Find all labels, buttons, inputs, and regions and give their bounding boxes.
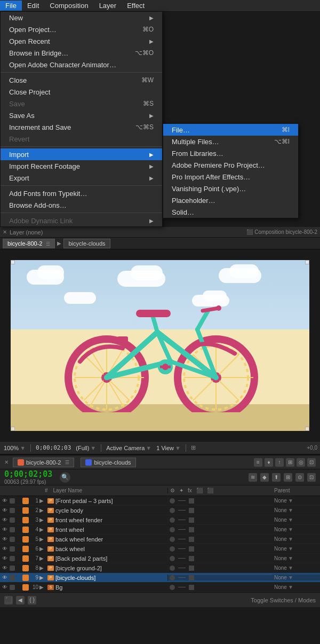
tl-settings-icon[interactable]: ⊡ bbox=[307, 473, 316, 482]
zoom-control[interactable]: 100% ▼ bbox=[3, 445, 27, 451]
switch-2a[interactable] bbox=[170, 508, 175, 513]
timeline-tab1[interactable]: bicycle-800-2 ☰ bbox=[13, 458, 74, 467]
layer-expand-6[interactable]: ▶ bbox=[39, 546, 46, 552]
tl-bottom-icon1[interactable]: ⬛ bbox=[4, 596, 13, 604]
submenu-vanishing-point[interactable]: Vanishing Point (.vpe)… bbox=[163, 183, 298, 194]
switch-3c[interactable] bbox=[189, 517, 194, 523]
layer-name-6[interactable]: back wheel bbox=[55, 546, 166, 552]
menu-close[interactable]: Close ⌘W bbox=[1, 74, 162, 86]
switch-3a[interactable] bbox=[170, 517, 175, 523]
tl-icon3[interactable]: ↑ bbox=[275, 458, 284, 467]
switch-2c[interactable] bbox=[189, 508, 194, 513]
menu-browse-addons[interactable]: Browse Add-ons… bbox=[1, 199, 162, 211]
parent-dropdown-10[interactable]: ▼ bbox=[288, 584, 293, 590]
switch-7c[interactable] bbox=[189, 556, 194, 561]
menu-save-as[interactable]: Save As ▶ bbox=[1, 109, 162, 121]
menu-effect[interactable]: Effect bbox=[122, 1, 150, 11]
tl-icon6[interactable]: ⊡ bbox=[307, 458, 316, 467]
tl-motion-icon[interactable]: ◆ bbox=[260, 473, 269, 482]
menu-close-project[interactable]: Close Project bbox=[1, 86, 162, 98]
layer-expand-1[interactable]: ▶ bbox=[39, 498, 46, 504]
switch-5a[interactable] bbox=[170, 537, 175, 542]
parent-dropdown-5[interactable]: ▼ bbox=[288, 536, 293, 542]
timeline-tab2[interactable]: bicycle-clouds bbox=[81, 458, 135, 467]
layer-eye-7[interactable]: 👁 bbox=[1, 555, 9, 561]
layer-name-10[interactable]: Bg bbox=[55, 584, 166, 591]
menu-layer[interactable]: Layer bbox=[94, 1, 122, 11]
parent-dropdown-7[interactable]: ▼ bbox=[288, 555, 293, 561]
tl-cam-icon[interactable]: ⊙ bbox=[295, 473, 304, 482]
submenu-premiere-pro[interactable]: Adobe Premiere Pro Project… bbox=[163, 159, 298, 171]
tl-icon5[interactable]: ◎ bbox=[297, 458, 305, 467]
layer-name-4[interactable]: front wheel bbox=[55, 527, 166, 533]
menu-composition[interactable]: Composition bbox=[44, 1, 93, 11]
layer-eye-3[interactable]: 👁 bbox=[1, 517, 9, 523]
parent-dropdown-3[interactable]: ▼ bbox=[288, 517, 293, 523]
layer-eye-2[interactable]: 👁 bbox=[1, 507, 9, 513]
layer-name-7[interactable]: [Back pedal 2 parts] bbox=[55, 555, 166, 562]
tl-icon1[interactable]: ≡ bbox=[254, 458, 262, 467]
parent-dropdown-9[interactable]: ▼ bbox=[288, 575, 293, 580]
layer-solo-6[interactable] bbox=[10, 546, 15, 552]
menu-import-recent[interactable]: Import Recent Footage ▶ bbox=[1, 160, 162, 172]
switch-7a[interactable] bbox=[170, 556, 175, 561]
layer-name-2[interactable]: cycle body bbox=[55, 507, 166, 514]
menu-file[interactable]: File bbox=[0, 1, 22, 11]
layer-name-1[interactable]: [Front pedal – 3 parts] bbox=[55, 498, 166, 504]
switch-10c[interactable] bbox=[189, 585, 194, 590]
timecode-display[interactable]: 0;00;02;03 bbox=[35, 444, 72, 451]
switch-5c[interactable] bbox=[189, 537, 194, 542]
submenu-solid[interactable]: Solid… bbox=[163, 206, 298, 218]
layer-expand-7[interactable]: ▶ bbox=[39, 555, 46, 561]
tl-lock-icon[interactable]: ⊞ bbox=[284, 473, 292, 482]
layer-solo-10[interactable] bbox=[10, 585, 15, 590]
handle-br[interactable] bbox=[305, 427, 309, 431]
layer-solo-9[interactable] bbox=[10, 575, 15, 580]
menu-browse-bridge[interactable]: Browse in Bridge… ⌥⌘O bbox=[1, 47, 162, 59]
switch-6a[interactable] bbox=[170, 546, 175, 552]
switch-1a[interactable] bbox=[170, 498, 175, 504]
parent-dropdown-8[interactable]: ▼ bbox=[288, 565, 293, 571]
switch-10a[interactable] bbox=[170, 585, 175, 590]
tl-icon2[interactable]: ♦ bbox=[265, 458, 273, 467]
layer-name-8[interactable]: [bicycle ground-2] bbox=[55, 565, 166, 571]
menu-edit[interactable]: Edit bbox=[22, 1, 44, 11]
layer-eye-8[interactable]: 👁 bbox=[1, 565, 9, 571]
layer-eye-5[interactable]: 👁 bbox=[1, 536, 9, 542]
layer-expand-10[interactable]: ▶ bbox=[39, 584, 46, 590]
menu-open-recent[interactable]: Open Recent ▶ bbox=[1, 35, 162, 47]
layer-eye-6[interactable]: 👁 bbox=[1, 546, 9, 552]
switch-8a[interactable] bbox=[170, 566, 175, 571]
layer-expand-3[interactable]: ▶ bbox=[39, 517, 46, 523]
submenu-from-libraries[interactable]: From Libraries… bbox=[163, 147, 298, 159]
tl-graph-icon[interactable]: ≋ bbox=[249, 473, 257, 482]
tl-bottom-icon3[interactable]: { } bbox=[28, 596, 36, 604]
layer-expand-9[interactable]: ▶ bbox=[39, 575, 46, 580]
menu-open-project[interactable]: Open Project… ⌘O bbox=[1, 23, 162, 35]
parent-dropdown-4[interactable]: ▼ bbox=[288, 527, 293, 532]
quality-control[interactable]: (Full) ▼ bbox=[75, 445, 97, 451]
handle-tl[interactable] bbox=[11, 260, 15, 264]
switch-1c[interactable] bbox=[189, 498, 194, 504]
handle-bl[interactable] bbox=[11, 427, 15, 431]
switch-9a[interactable] bbox=[170, 575, 175, 580]
menu-add-fonts[interactable]: Add Fonts from Typekit… bbox=[1, 187, 162, 199]
layer-eye-10[interactable]: 👁 bbox=[1, 584, 9, 590]
layer-solo-1[interactable] bbox=[10, 498, 15, 504]
layer-solo-7[interactable] bbox=[10, 556, 15, 561]
switch-9c[interactable] bbox=[189, 575, 194, 580]
search-button[interactable]: 🔍 bbox=[60, 472, 70, 483]
layer-solo-8[interactable] bbox=[10, 566, 15, 571]
layer-solo-2[interactable] bbox=[10, 508, 15, 513]
parent-dropdown-6[interactable]: ▼ bbox=[288, 546, 293, 552]
menu-export[interactable]: Export ▶ bbox=[1, 172, 162, 184]
submenu-multiple-files[interactable]: Multiple Files… ⌥⌘I bbox=[163, 136, 298, 147]
layer-solo-5[interactable] bbox=[10, 537, 15, 542]
tl-bottom-icon2[interactable]: ◀ bbox=[16, 596, 25, 604]
menu-adobe-dynamic-link[interactable]: Adobe Dynamic Link ▶ bbox=[1, 215, 162, 226]
timeline-close[interactable]: ✕ bbox=[4, 459, 9, 465]
layer-name-9[interactable]: [bicycle-clouds] bbox=[55, 575, 166, 581]
panel-close[interactable]: ✕ bbox=[3, 229, 7, 235]
layer-eye-1[interactable]: 👁 bbox=[1, 498, 9, 504]
menu-open-character[interactable]: Open Adobe Character Animator… bbox=[1, 59, 162, 70]
